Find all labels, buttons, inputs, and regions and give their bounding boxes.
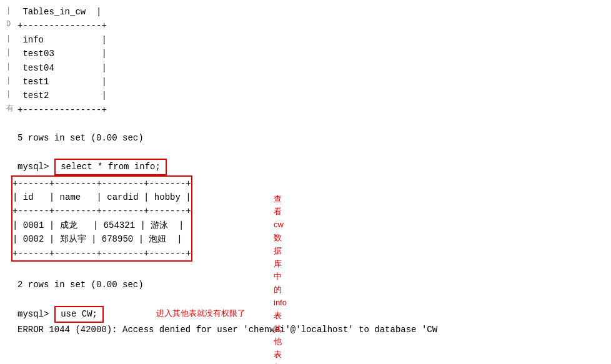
gutter: D [6, 19, 17, 31]
result-table-box: +------+--------+--------+-------+ | id … [11, 175, 192, 262]
line-test03: | test03 | [6, 47, 605, 61]
gutter: | [6, 89, 17, 101]
line-rows-count: 5 rows in set (0.00 sec) [6, 131, 605, 145]
result-table-section: +------+--------+--------+-------+ | id … [11, 175, 192, 262]
gutter: | [6, 33, 17, 45]
line-rows-count2: 2 rows in set (0.00 sec) [6, 278, 605, 292]
select-command-box: select * from info; [54, 159, 167, 175]
terminal-window: | Tables_in_cw | D +---------------+ | i… [0, 0, 611, 342]
line-select-cmd: mysql> select * from info; [6, 159, 605, 175]
line-test2: | test2 | [6, 89, 605, 102]
gutter: | [6, 47, 17, 59]
line-test1: | test1 | [6, 75, 605, 89]
table-row-2: | 0002 | 郑从宇 | 678950 | 泡妞 | [12, 232, 191, 246]
line-blank3 [6, 264, 605, 278]
line-blank4 [6, 292, 605, 306]
line-test04: | test04 | [6, 61, 605, 75]
gutter: | [6, 61, 17, 73]
line-error: ERROR 1044 (42000): Access denied for us… [6, 323, 605, 337]
annotation-no-permission: 进入其他表就没有权限了 [156, 307, 246, 320]
gutter: 有 [6, 103, 17, 115]
use-cmd-section: mysql> use CW; 进入其他表就没有权限了 [6, 306, 605, 322]
line-use-cmd: mysql> use CW; [6, 306, 605, 322]
gutter: | [6, 75, 17, 87]
annotation-info-table: 查看cw数据库中的info表其他表都没问题 [274, 193, 287, 364]
line-info: | info | [6, 33, 605, 47]
table-footer-border: +------+--------+--------+-------+ [12, 247, 191, 260]
line-blank2 [6, 145, 605, 159]
table-col-headers: | id | name | cardid | hobby | [12, 190, 191, 204]
line-blank1 [6, 117, 605, 130]
gutter: | [6, 5, 17, 17]
table-sep: +------+--------+--------+-------+ [12, 204, 191, 218]
use-command-box: use CW; [54, 306, 104, 322]
line-border-top: D +---------------+ [6, 19, 605, 32]
table-header-border: +------+--------+--------+-------+ [12, 177, 191, 190]
line-border-bottom: 有 +---------------+ [6, 103, 605, 117]
line-tables-header: | Tables_in_cw | [6, 5, 605, 19]
table-row-1: | 0001 | 成龙 | 654321 | 游泳 | [12, 219, 191, 232]
